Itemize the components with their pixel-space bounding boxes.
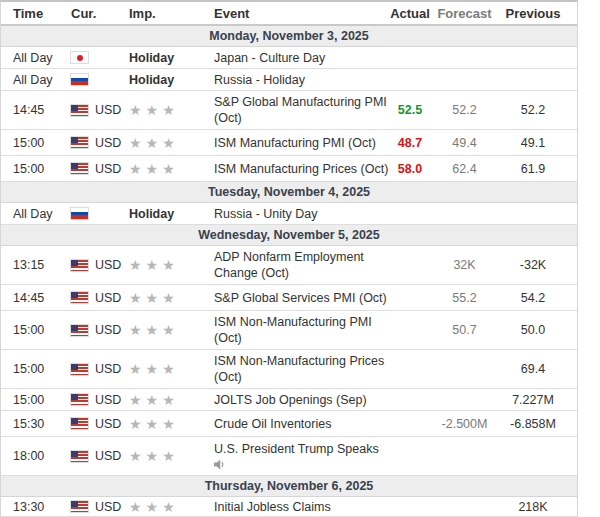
event-name[interactable]: Russia - Holiday	[206, 72, 386, 88]
event-name[interactable]: S&P Global Manufacturing PMI(Oct)	[206, 94, 386, 126]
importance-cell: ★★★	[127, 323, 206, 337]
currency-cell: USD	[63, 291, 127, 305]
star-icon: ★	[129, 258, 142, 272]
importance-stars: ★★★	[129, 393, 179, 407]
importance-stars: ★★★	[129, 258, 179, 272]
column-header-forecast: Forecast	[434, 6, 495, 21]
event-name[interactable]: ISM Manufacturing Prices (Oct)	[206, 161, 386, 177]
table-row[interactable]: All Day Holiday Russia - Holiday	[1, 69, 577, 91]
importance-cell: ★★★	[127, 417, 206, 431]
event-line: U.S. President Trump Speaks	[214, 441, 386, 457]
table-row[interactable]: 15:00 USD ★★★ ISM Manufacturing Prices (…	[1, 156, 577, 182]
currency-cell: USD	[63, 500, 127, 514]
currency-cell: USD	[63, 393, 127, 407]
star-icon: ★	[146, 500, 159, 514]
importance-cell: Holiday	[127, 207, 206, 221]
event-name[interactable]: Initial Jobless Claims	[206, 499, 386, 515]
event-name[interactable]: S&P Global Services PMI (Oct)	[206, 290, 386, 306]
importance-cell: Holiday	[127, 51, 206, 65]
currency-cell	[63, 52, 127, 63]
actual-value: 58.0	[386, 162, 434, 176]
importance-stars: ★★★	[129, 323, 179, 337]
event-name[interactable]: JOLTS Job Openings (Sep)	[206, 392, 386, 408]
currency-cell: USD	[63, 417, 127, 431]
us-flag-icon	[71, 451, 88, 462]
star-icon: ★	[129, 362, 142, 376]
table-row[interactable]: 13:30 USD ★★★ Initial Jobless Claims 218…	[1, 497, 577, 517]
currency-label: USD	[95, 162, 121, 176]
us-flag-icon	[71, 501, 88, 512]
importance-stars: ★★★	[129, 162, 179, 176]
currency-cell: USD	[63, 323, 127, 337]
table-row[interactable]: 18:00 USD ★★★ U.S. President Trump Speak…	[1, 437, 577, 476]
currency-label: USD	[95, 362, 121, 376]
table-row[interactable]: 14:45 USD ★★★ S&P Global Services PMI (O…	[1, 285, 577, 311]
us-flag-icon	[71, 418, 88, 429]
column-header-currency: Cur.	[63, 6, 127, 21]
us-flag-icon	[71, 260, 88, 271]
table-row[interactable]: 15:30 USD ★★★ Crude Oil Inventories -2.5…	[1, 411, 577, 437]
star-icon: ★	[162, 500, 175, 514]
star-icon: ★	[162, 162, 175, 176]
forecast-value: -2.500M	[434, 417, 495, 431]
date-section-header: Monday, November 3, 2025	[1, 26, 577, 47]
currency-label: USD	[95, 393, 121, 407]
event-time: 15:00	[1, 393, 63, 407]
star-icon: ★	[146, 393, 159, 407]
forecast-value: 32K	[434, 258, 495, 272]
event-name[interactable]: ADP Nonfarm EmploymentChange (Oct)	[206, 249, 386, 281]
importance-cell: Holiday	[127, 73, 206, 87]
currency-label: USD	[95, 323, 121, 337]
event-line: S&P Global Services PMI (Oct)	[214, 290, 386, 306]
event-time: 15:30	[1, 417, 63, 431]
date-section-header: Tuesday, November 4, 2025	[1, 182, 577, 203]
event-name[interactable]: Crude Oil Inventories	[206, 416, 386, 432]
table-row[interactable]: 15:00 USD ★★★ ISM Non-Manufacturing Pric…	[1, 350, 577, 389]
star-icon: ★	[146, 449, 159, 463]
importance-stars: ★★★	[129, 103, 179, 117]
currency-cell: USD	[63, 362, 127, 376]
importance-cell: ★★★	[127, 291, 206, 305]
event-line: JOLTS Job Openings (Sep)	[214, 392, 386, 408]
currency-cell: USD	[63, 136, 127, 150]
star-icon: ★	[146, 103, 159, 117]
forecast-value: 52.2	[434, 103, 495, 117]
event-name[interactable]: ISM Non-Manufacturing Prices(Oct)	[206, 353, 386, 385]
forecast-value: 62.4	[434, 162, 495, 176]
star-icon: ★	[146, 291, 159, 305]
star-icon: ★	[129, 103, 142, 117]
previous-value: 49.1	[495, 136, 577, 150]
event-name[interactable]: ISM Non-Manufacturing PMI(Oct)	[206, 314, 386, 346]
importance-stars: ★★★	[129, 500, 179, 514]
event-name[interactable]: Japan - Culture Day	[206, 50, 386, 66]
table-row[interactable]: 15:00 USD ★★★ ISM Manufacturing PMI (Oct…	[1, 130, 577, 156]
table-row[interactable]: 14:45 USD ★★★ S&P Global Manufacturing P…	[1, 91, 577, 130]
us-flag-icon	[71, 105, 88, 116]
date-section-header: Wednesday, November 5, 2025	[1, 225, 577, 246]
table-row[interactable]: 15:00 USD ★★★ ISM Non-Manufacturing PMI(…	[1, 311, 577, 350]
currency-cell	[63, 208, 127, 219]
event-line: Crude Oil Inventories	[214, 416, 386, 432]
us-flag-icon	[71, 394, 88, 405]
us-flag-icon	[71, 292, 88, 303]
event-line: Russia - Unity Day	[214, 206, 386, 222]
table-row[interactable]: 15:00 USD ★★★ JOLTS Job Openings (Sep) 7…	[1, 389, 577, 411]
column-header-actual: Actual	[386, 6, 434, 21]
importance-cell: ★★★	[127, 258, 206, 272]
star-icon: ★	[129, 162, 142, 176]
event-line: Russia - Holiday	[214, 72, 386, 88]
table-row[interactable]: 13:15 USD ★★★ ADP Nonfarm EmploymentChan…	[1, 246, 577, 285]
star-icon: ★	[146, 323, 159, 337]
event-name[interactable]: U.S. President Trump Speaks	[206, 441, 386, 471]
event-name[interactable]: Russia - Unity Day	[206, 206, 386, 222]
table-row[interactable]: All Day Holiday Russia - Unity Day	[1, 203, 577, 225]
star-icon: ★	[162, 323, 175, 337]
table-row[interactable]: All Day Holiday Japan - Culture Day	[1, 47, 577, 69]
column-header-previous: Previous	[495, 6, 577, 21]
speech-audio-icon[interactable]	[214, 459, 386, 471]
event-name[interactable]: ISM Manufacturing PMI (Oct)	[206, 135, 386, 151]
column-header-time: Time	[1, 6, 63, 21]
event-time: 13:30	[1, 500, 63, 514]
us-flag-icon	[71, 163, 88, 174]
importance-cell: ★★★	[127, 136, 206, 150]
